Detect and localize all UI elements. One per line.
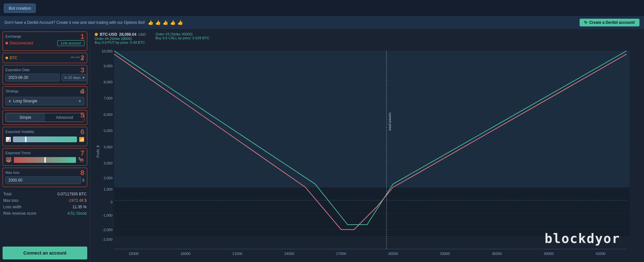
y-axis-label: Profit, $	[96, 145, 100, 158]
svg-text:5,000: 5,000	[104, 129, 113, 133]
disconnected-badge: Disconnected	[5, 41, 33, 45]
refresh-icon: ↻	[584, 20, 587, 25]
link-account-button[interactable]: Link account	[57, 40, 84, 46]
svg-text:21000: 21000	[232, 252, 242, 256]
step-2: 2	[80, 54, 84, 61]
svg-text:36000: 36000	[492, 252, 502, 256]
svg-text:1,000: 1,000	[104, 187, 113, 191]
risk-revenue-label: Risk revenue score	[3, 211, 36, 216]
btc-row: BTC *** *** ▼	[5, 56, 84, 60]
disconnected-dot	[5, 42, 8, 44]
main-layout: Exchange 1 Disconnected Link account 2 B…	[0, 29, 644, 262]
dollar-sign: $	[82, 178, 84, 182]
step-6: 6	[80, 128, 84, 136]
expiry-date-input[interactable]	[5, 74, 60, 81]
chart-ticker: BTC-USD 28,098.04 USD	[95, 32, 146, 37]
chart-ticker-info: BTC-USD 28,098.04 USD Order #4 (Strike 2…	[95, 32, 146, 44]
banner-icons: 👍 👍 👍 👍 👍	[148, 20, 183, 25]
btc-currency: BTC	[10, 56, 17, 60]
svg-text:2,000: 2,000	[104, 176, 113, 180]
svg-text:27000: 27000	[336, 252, 346, 256]
stars-text: *** ***	[71, 56, 80, 60]
step-7: 7	[80, 150, 84, 157]
order2-label: Order #3 (Strike 30000)	[156, 32, 193, 36]
chart-container: 10,000 9,000 8,000 7,000 6,000 5,000 4,0…	[95, 48, 639, 259]
svg-text:-2,500: -2,500	[102, 238, 112, 241]
create-deribit-account-button[interactable]: ↻ Create a Deribit account!	[580, 19, 639, 26]
risk-revenue-value: 4.51 /Good	[68, 211, 87, 216]
max-loss-input[interactable]	[5, 176, 81, 184]
max-loss-label: Max loss	[5, 171, 84, 174]
bear-icon: 🐻	[5, 157, 12, 163]
advanced-tab[interactable]: Advanced	[45, 113, 84, 122]
mode-tabs: Simple Advanced	[5, 113, 84, 122]
connect-account-button[interactable]: Connect an account	[3, 247, 87, 259]
exchange-row: Disconnected Link account	[5, 40, 84, 46]
exchange-section-1: Exchange 1 Disconnected Link account	[3, 32, 87, 51]
banner: Don't have a Deribit Account? Create it …	[0, 16, 644, 29]
thumb-icon-1: 👍	[148, 20, 153, 25]
strategy-header: Strategy ⓘ	[5, 89, 84, 95]
loss-width-row: Loss width 11.35 %	[3, 204, 87, 210]
header: Bot creation	[0, 0, 644, 16]
chart-orders: Order #4 (Strike 28000)	[95, 37, 146, 41]
strategy-name-text: Long Strangle	[13, 99, 37, 103]
volatility-slider[interactable]	[13, 136, 77, 143]
expiry-row: in 32 days ▼	[5, 74, 84, 81]
banner-text-area: Don't have a Deribit Account? Create it …	[5, 20, 183, 25]
ticker-symbol: BTC-USD	[100, 32, 117, 37]
chart-header: BTC-USD 28,098.04 USD Order #4 (Strike 2…	[95, 32, 639, 44]
chart-panel: BTC-USD 28,098.04 USD Order #4 (Strike 2…	[90, 29, 644, 262]
total-value: 0.07117935 BTC	[57, 192, 87, 196]
svg-text:0: 0	[110, 200, 112, 204]
order2-detail-text: Buy 0.6 CALL by price: 0.639 BTC	[156, 36, 210, 40]
step-3: 3	[80, 67, 84, 74]
stats-section: Total 0.07117935 BTC Max loss -1972.48 $…	[3, 189, 87, 219]
expiration-section: Expiration Date 3 in 32 days ▼	[3, 65, 87, 84]
max-loss-stat-row: Max loss -1972.48 $	[3, 197, 87, 204]
simple-tab[interactable]: Simple	[6, 113, 45, 122]
risk-revenue-row: Risk revenue score 4.51 /Good	[3, 210, 87, 217]
expiry-chevron-icon: ▼	[82, 76, 85, 80]
expiration-label: Expiration Date	[5, 68, 84, 72]
svg-text:8,000: 8,000	[104, 80, 113, 84]
current-price-label: current price	[388, 113, 392, 131]
chart-order1-detail: Buy 0.9 PUT by price: 0.49 BTC	[95, 41, 146, 44]
volatility-label: Expected Volatility	[5, 130, 84, 134]
chart-order2-detail: Buy 0.6 CALL by price: 0.639 BTC	[156, 36, 210, 40]
strategy-chevron-icon: ▼	[78, 99, 81, 103]
days-text: in 32 days	[64, 76, 80, 80]
ticker-dot	[95, 33, 98, 36]
step-8: 8	[80, 169, 84, 176]
svg-text:24000: 24000	[284, 252, 294, 256]
ticker-currency: USD	[138, 33, 146, 36]
trend-handle	[44, 157, 46, 163]
volatility-handle	[25, 136, 26, 142]
svg-text:-1,000: -1,000	[102, 213, 112, 217]
strategy-name: ∨ Long Strangle	[8, 99, 37, 103]
exchange-label: Exchange	[5, 34, 84, 38]
watermark: blockdyor	[545, 231, 620, 246]
expiry-days-info: in 32 days ▼	[62, 74, 88, 81]
thumb-icon-3: 👍	[163, 20, 168, 25]
btc-dot	[5, 57, 8, 59]
svg-text:33000: 33000	[440, 252, 450, 256]
svg-text:39000: 39000	[544, 252, 554, 256]
volatility-row: 📊 📶	[5, 136, 84, 143]
strategy-label: Strategy	[5, 89, 19, 93]
step-4: 4	[80, 88, 84, 95]
loss-width-label: Loss width	[3, 205, 22, 209]
mode-section: 5 Simple Advanced	[3, 110, 87, 125]
order1-label: Order #4 (Strike 28000)	[95, 37, 132, 41]
loss-width-value: 11.35 %	[72, 205, 87, 209]
svg-text:18000: 18000	[181, 252, 191, 256]
trend-slider[interactable]	[14, 157, 76, 163]
bot-creation-button[interactable]: Bot creation	[4, 4, 36, 13]
total-row: Total 0.07117935 BTC	[3, 191, 87, 197]
strategy-dropdown[interactable]: ∨ Long Strangle ▼	[5, 97, 84, 105]
max-loss-stat-label: Max loss	[3, 198, 18, 203]
bull-icon: 🐂	[78, 157, 84, 163]
svg-text:6,000: 6,000	[104, 113, 113, 117]
thumb-icon-4: 👍	[170, 20, 175, 25]
vol-high-icon: 📶	[79, 137, 84, 142]
